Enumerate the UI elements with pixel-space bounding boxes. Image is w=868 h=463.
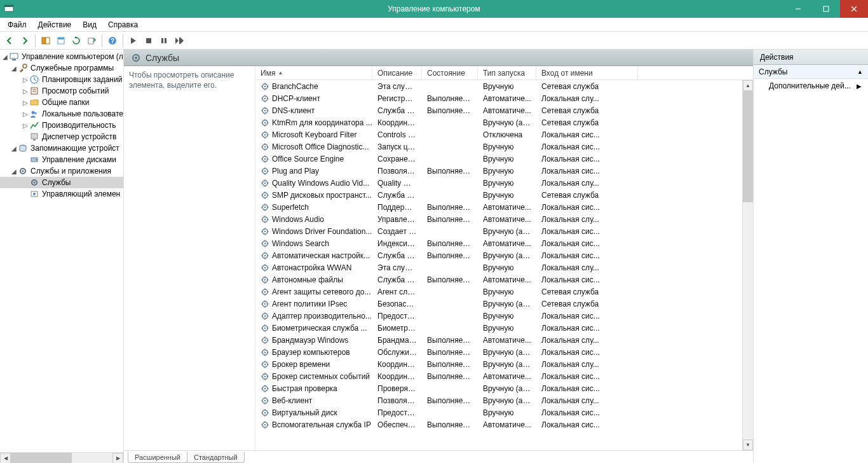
service-row[interactable]: Брокер системных событийКоордини...Выпол… bbox=[255, 370, 742, 382]
back-button[interactable] bbox=[3, 34, 17, 48]
tree-horizontal-scrollbar[interactable]: ◀ ▶ bbox=[0, 452, 123, 463]
expander-icon[interactable]: ◢ bbox=[1, 53, 9, 60]
menu-view[interactable]: Вид bbox=[78, 19, 102, 31]
actions-section-services[interactable]: Службы ▲ bbox=[754, 65, 868, 79]
toolbar-separator bbox=[35, 34, 36, 47]
list-vertical-scrollbar[interactable]: ▲ ▼ bbox=[742, 80, 753, 450]
expander-icon[interactable]: ▷ bbox=[22, 99, 29, 106]
service-row[interactable]: Автонастройка WWANЭта служб...ВручнуюЛок… bbox=[255, 261, 742, 273]
svg-point-82 bbox=[264, 170, 266, 172]
service-row[interactable]: Windows SearchИндексир...ВыполняетсяАвто… bbox=[255, 237, 742, 249]
service-row[interactable]: Виртуальный дискПредостав...ВручнуюЛокал… bbox=[255, 406, 742, 418]
scroll-thumb[interactable] bbox=[743, 91, 753, 202]
service-row[interactable]: SMP дисковых пространст...Служба уз...Вр… bbox=[255, 189, 742, 201]
tree-root[interactable]: ◢ Управление компьютером (л bbox=[0, 51, 123, 62]
tree-node[interactable]: ▷Общие папки bbox=[0, 97, 123, 108]
minimize-button[interactable] bbox=[784, 0, 812, 18]
tree-node[interactable]: Управление дисками bbox=[0, 154, 123, 165]
tree-node[interactable]: ▷Локальные пользовате bbox=[0, 108, 123, 120]
service-startup-cell: Вручную bbox=[478, 167, 536, 176]
service-row[interactable]: Браузер компьютеровОбслужив...Выполняетс… bbox=[255, 346, 742, 358]
tab-standard[interactable]: Стандартный bbox=[187, 452, 245, 463]
service-icon bbox=[261, 348, 269, 357]
service-row[interactable]: Microsoft Office Diagnostic...Запуск це.… bbox=[255, 141, 742, 153]
service-row[interactable]: BranchCacheЭта служб...ВручнуюСетевая сл… bbox=[255, 80, 742, 92]
service-row[interactable]: Быстрая проверкаПроверяет...Вручную (ак.… bbox=[255, 382, 742, 394]
expander-icon[interactable]: ◢ bbox=[10, 145, 18, 152]
service-row[interactable]: Адаптер производительно...Предостав...Вр… bbox=[255, 310, 742, 322]
start-service-button[interactable] bbox=[126, 34, 140, 48]
service-row[interactable]: SuperfetchПоддержи...ВыполняетсяАвтомати… bbox=[255, 201, 742, 213]
pause-service-button[interactable] bbox=[157, 34, 171, 48]
service-row[interactable]: Plug and PlayПозволяет...ВыполняетсяВруч… bbox=[255, 165, 742, 177]
service-row[interactable]: Брандмауэр WindowsБрандмау...Выполняется… bbox=[255, 334, 742, 346]
menu-action[interactable]: Действие bbox=[33, 19, 77, 31]
tree-node[interactable]: ◢Служебные программы bbox=[0, 62, 123, 74]
tree-node[interactable]: Диспетчер устройств bbox=[0, 131, 123, 142]
service-row[interactable]: Автономные файлыСлужба ав...ВыполняетсяА… bbox=[255, 273, 742, 286]
tree-node[interactable]: ◢Запоминающие устройст bbox=[0, 142, 123, 154]
expander-icon[interactable]: ▷ bbox=[22, 111, 29, 118]
actions-header: Действия bbox=[754, 50, 868, 65]
service-row[interactable]: Office Source EngineСохранен...ВручнуюЛо… bbox=[255, 153, 742, 165]
maximize-button[interactable] bbox=[812, 0, 840, 18]
service-row[interactable]: DNS-клиентСлужба D...ВыполняетсяАвтомати… bbox=[255, 104, 742, 116]
service-row[interactable]: Веб-клиентПозволяет...ВыполняетсяВручную… bbox=[255, 394, 742, 406]
scroll-track[interactable] bbox=[11, 453, 112, 464]
column-name[interactable]: Имя▲ bbox=[255, 66, 372, 79]
show-hide-tree-button[interactable] bbox=[39, 34, 53, 48]
scroll-track[interactable] bbox=[743, 91, 753, 439]
service-row[interactable]: Quality Windows Audio Vid...Quality Wi..… bbox=[255, 177, 742, 189]
tree-node[interactable]: Управляющий элемен bbox=[0, 188, 123, 200]
menu-file[interactable]: Файл bbox=[3, 19, 32, 31]
tree-node[interactable]: ▷Производительность bbox=[0, 120, 123, 131]
restart-service-button[interactable] bbox=[172, 34, 186, 48]
scroll-thumb[interactable] bbox=[11, 453, 72, 464]
service-icon bbox=[261, 179, 269, 188]
properties-button[interactable] bbox=[54, 34, 68, 48]
stop-service-button[interactable] bbox=[142, 34, 156, 48]
service-name-cell: SMP дисковых пространст... bbox=[255, 191, 372, 200]
expander-icon[interactable]: ▷ bbox=[22, 88, 29, 95]
column-startup-type[interactable]: Тип запуска bbox=[478, 66, 536, 79]
tab-extended[interactable]: Расширенный bbox=[128, 452, 187, 463]
tree-node[interactable]: ▷Планировщик заданий bbox=[0, 74, 123, 85]
scroll-up-icon[interactable]: ▲ bbox=[743, 80, 753, 91]
svg-point-184 bbox=[264, 375, 266, 377]
expander-icon[interactable]: ◢ bbox=[10, 168, 18, 175]
help-button[interactable]: ? bbox=[105, 34, 119, 48]
expander-icon[interactable]: ▷ bbox=[22, 76, 29, 83]
scroll-left-icon[interactable]: ◀ bbox=[0, 453, 11, 464]
scroll-down-icon[interactable]: ▼ bbox=[743, 439, 753, 450]
scroll-right-icon[interactable]: ▶ bbox=[112, 453, 123, 464]
service-row[interactable]: KtmRm для координатора ...Координи...Вру… bbox=[255, 116, 742, 128]
service-name-cell: Plug and Play bbox=[255, 167, 372, 176]
column-logon-as[interactable]: Вход от имени bbox=[536, 66, 638, 79]
service-description-cell: Служба уз... bbox=[372, 191, 422, 200]
service-row[interactable]: Windows AudioУправлен...ВыполняетсяАвтом… bbox=[255, 213, 742, 225]
column-state[interactable]: Состояние bbox=[422, 66, 478, 79]
service-row[interactable]: Windows Driver Foundation...Создает п...… bbox=[255, 225, 742, 237]
service-row[interactable]: Агент защиты сетевого до...Агент слу...В… bbox=[255, 286, 742, 298]
center-pane: Службы Чтобы просмотреть описание элемен… bbox=[124, 50, 754, 463]
service-description-hint: Чтобы просмотреть описание элемента, выд… bbox=[124, 66, 255, 450]
tree-node[interactable]: ◢Службы и приложения bbox=[0, 165, 123, 177]
service-row[interactable]: Автоматическая настройк...Служба ав...Вы… bbox=[255, 249, 742, 261]
expander-icon[interactable]: ▷ bbox=[22, 122, 29, 129]
column-description[interactable]: Описание bbox=[372, 66, 422, 79]
service-row[interactable]: Microsoft Keyboard FilterControls k...От… bbox=[255, 128, 742, 141]
service-row[interactable]: DHCP-клиентРегистрир...ВыполняетсяАвтома… bbox=[255, 92, 742, 104]
tree-node[interactable]: ▷Просмотр событий bbox=[0, 85, 123, 97]
expander-icon[interactable]: ◢ bbox=[10, 65, 18, 72]
close-button[interactable] bbox=[840, 0, 868, 18]
actions-more[interactable]: Дополнительные дей... ▶ bbox=[754, 79, 868, 93]
menu-help[interactable]: Справка bbox=[103, 19, 143, 31]
service-row[interactable]: Биометрическая служба ...Биометри...Вруч… bbox=[255, 322, 742, 334]
service-row[interactable]: Брокер времениКоордини...ВыполняетсяВруч… bbox=[255, 358, 742, 370]
export-button[interactable] bbox=[85, 34, 98, 48]
tree-node[interactable]: Службы bbox=[0, 177, 123, 188]
service-row[interactable]: Вспомогательная служба IPОбеспечи...Выпо… bbox=[255, 418, 742, 431]
refresh-button[interactable] bbox=[69, 34, 83, 48]
forward-button[interactable] bbox=[18, 34, 32, 48]
service-row[interactable]: Агент политики IPsecБезопасно...Вручную … bbox=[255, 298, 742, 310]
